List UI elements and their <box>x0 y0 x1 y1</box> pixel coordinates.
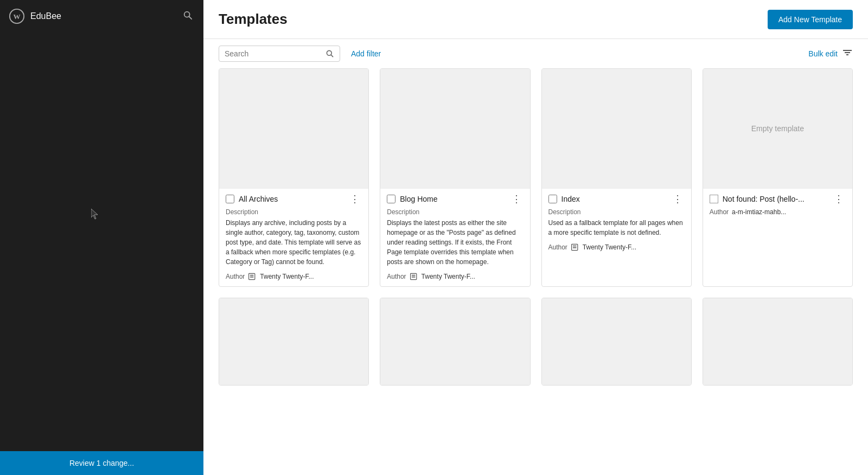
description-label: Description <box>548 208 685 216</box>
template-card-row2-1[interactable] <box>219 298 369 386</box>
author-label: Author <box>548 243 567 251</box>
add-new-template-button[interactable]: Add New Template <box>768 10 853 29</box>
template-name-row: Blog Home ⋮ <box>387 194 523 204</box>
template-card-row2-2[interactable] <box>380 298 530 386</box>
template-footer: Not found: Post (hello-... ⋮ Author a-m-… <box>703 188 852 221</box>
search-icon <box>326 49 334 58</box>
author-row: Author Twenty Twenty-F... <box>387 272 523 281</box>
author-label: Author <box>710 208 729 216</box>
template-preview <box>380 69 529 188</box>
template-name-left: Blog Home <box>387 195 437 203</box>
description-text: Displays any archive, including posts by… <box>226 218 362 267</box>
page-header: Templates Add New Template <box>203 0 868 39</box>
toolbar: Add filter Bulk edit <box>203 39 868 68</box>
sidebar-search-button[interactable] <box>181 8 195 25</box>
theme-icon <box>248 272 257 281</box>
svg-rect-14 <box>412 277 415 278</box>
svg-rect-16 <box>573 246 576 247</box>
svg-rect-17 <box>573 247 576 248</box>
theme-icon <box>571 243 579 252</box>
author-label: Author <box>387 273 406 280</box>
template-name-left: Index <box>548 195 580 203</box>
template-name-row: Not found: Post (hello-... ⋮ <box>710 194 846 204</box>
svg-text:W: W <box>13 12 20 21</box>
svg-line-3 <box>189 16 192 19</box>
template-select-checkbox[interactable] <box>387 195 395 203</box>
template-preview <box>542 69 691 188</box>
template-preview <box>542 298 691 385</box>
sidebar-header: W EduBee <box>0 0 203 33</box>
template-footer: Blog Home ⋮ Description Displays the lat… <box>380 188 529 286</box>
templates-grid: All Archives ⋮ Description Displays any … <box>203 68 868 475</box>
filter-icon <box>842 47 853 58</box>
template-name-row: Index ⋮ <box>548 194 685 204</box>
template-name: Index <box>561 195 580 203</box>
wordpress-logo-icon: W <box>9 8 25 24</box>
page-title: Templates <box>219 11 288 28</box>
bulk-edit-button[interactable]: Bulk edit <box>808 49 838 58</box>
template-name-left: Not found: Post (hello-... <box>710 195 805 203</box>
author-name: Twenty Twenty-F... <box>583 243 636 251</box>
author-label: Author <box>226 273 245 280</box>
author-name: Twenty Twenty-F... <box>260 273 314 280</box>
brand-name: EduBee <box>30 11 61 21</box>
template-preview <box>219 298 368 385</box>
template-preview <box>219 69 368 188</box>
search-box <box>219 46 340 62</box>
template-preview <box>703 298 852 385</box>
author-name: a-m-imtiaz-mahb... <box>732 208 786 216</box>
template-preview: Empty template <box>703 69 852 188</box>
template-name: Blog Home <box>400 195 437 203</box>
template-card-index[interactable]: Index ⋮ Description Used as a fallback t… <box>541 68 692 287</box>
add-filter-button[interactable]: Add filter <box>347 47 385 60</box>
template-footer: Index ⋮ Description Used as a fallback t… <box>542 188 691 257</box>
sidebar: W EduBee Review 1 change... <box>0 0 203 475</box>
template-menu-button[interactable]: ⋮ <box>671 194 685 204</box>
search-input[interactable] <box>225 49 322 58</box>
svg-rect-13 <box>412 275 415 276</box>
description-label: Description <box>387 208 523 216</box>
template-card-all-archives[interactable]: All Archives ⋮ Description Displays any … <box>219 68 369 287</box>
main-content: Templates Add New Template Add filter Bu… <box>203 0 868 475</box>
template-select-checkbox[interactable] <box>226 195 234 203</box>
template-menu-button[interactable]: ⋮ <box>832 194 846 204</box>
brand-area: W EduBee <box>9 8 61 24</box>
empty-template-label: Empty template <box>751 124 804 133</box>
svg-line-5 <box>331 55 333 57</box>
svg-rect-10 <box>250 275 253 276</box>
toolbar-right: Bulk edit <box>808 47 853 61</box>
template-name-row: All Archives ⋮ <box>226 194 362 204</box>
template-menu-button[interactable]: ⋮ <box>509 194 524 204</box>
description-text: Displays the latest posts as either the … <box>387 218 523 267</box>
review-changes-bar[interactable]: Review 1 change... <box>0 451 203 475</box>
toolbar-left: Add filter <box>219 46 385 62</box>
author-row: Author Twenty Twenty-F... <box>226 272 362 281</box>
author-name: Twenty Twenty-F... <box>422 273 475 280</box>
template-name: All Archives <box>239 195 278 203</box>
template-menu-button[interactable]: ⋮ <box>348 194 362 204</box>
search-icon <box>183 10 193 20</box>
description-text: Used as a fallback template for all page… <box>548 218 685 238</box>
template-select-checkbox[interactable] <box>548 195 557 203</box>
theme-icon <box>410 272 418 281</box>
template-footer: All Archives ⋮ Description Displays any … <box>219 188 368 286</box>
template-name-left: All Archives <box>226 195 278 203</box>
template-preview <box>380 298 529 385</box>
description-label: Description <box>226 208 362 216</box>
template-card-row2-4[interactable] <box>703 298 853 386</box>
template-select-checkbox[interactable] <box>710 195 718 203</box>
template-name: Not found: Post (hello-... <box>723 195 805 203</box>
author-row: Author Twenty Twenty-F... <box>548 243 685 252</box>
svg-rect-11 <box>250 277 253 278</box>
template-card-not-found[interactable]: Empty template Not found: Post (hello-..… <box>703 68 853 287</box>
template-card-row2-3[interactable] <box>541 298 692 386</box>
template-card-blog-home[interactable]: Blog Home ⋮ Description Displays the lat… <box>380 68 530 287</box>
author-row: Author a-m-imtiaz-mahb... <box>710 208 846 216</box>
filter-options-button[interactable] <box>842 47 853 61</box>
